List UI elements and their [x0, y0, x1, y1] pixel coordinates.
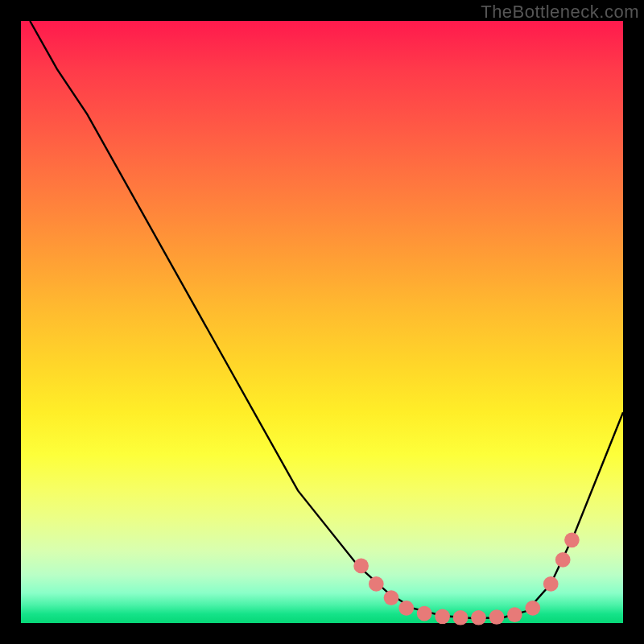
curve-markers: [353, 532, 580, 625]
curve-marker: [564, 532, 580, 547]
curve-marker: [543, 576, 559, 592]
curve-line: [30, 21, 623, 618]
curve-marker: [555, 552, 571, 568]
watermark-label: TheBottleneck.com: [481, 2, 639, 23]
curve-marker: [369, 576, 384, 592]
curve-marker: [489, 609, 505, 625]
curve-marker: [453, 610, 469, 625]
curve-marker: [384, 590, 399, 605]
curve-marker: [507, 607, 522, 622]
curve-marker: [471, 610, 486, 625]
chart-svg: [21, 21, 623, 623]
curve-marker: [417, 606, 432, 621]
curve-marker: [435, 609, 450, 624]
curve-marker: [353, 559, 369, 574]
chart-frame: TheBottleneck.com: [0, 0, 644, 644]
curve-marker: [398, 601, 414, 616]
plot-area: [21, 21, 623, 623]
curve-marker: [525, 601, 540, 616]
